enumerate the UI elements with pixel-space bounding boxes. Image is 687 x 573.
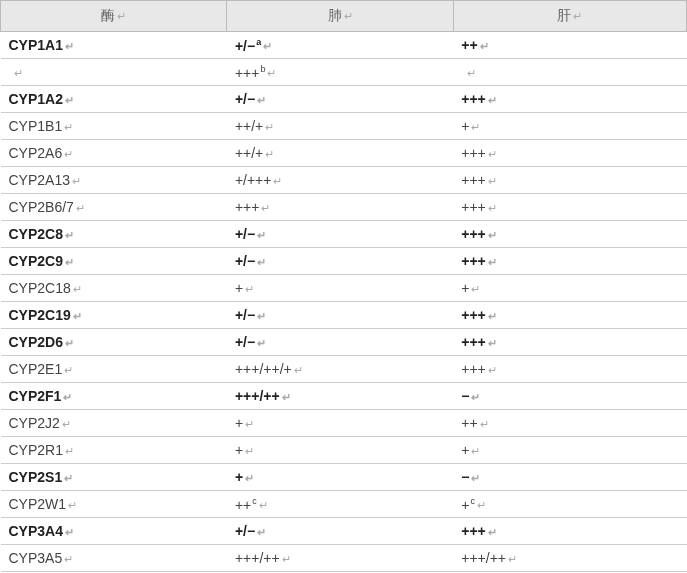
- cell-liver: +++↵: [453, 518, 686, 545]
- table-row: CYP2S1↵+↵−↵: [1, 464, 687, 491]
- table-row: CYP2A6↵++/+↵+++↵: [1, 140, 687, 167]
- lung-value: +/−: [235, 307, 255, 323]
- liver-value: +++: [461, 226, 486, 242]
- return-icon: ↵: [488, 229, 497, 242]
- return-icon: ↵: [488, 310, 497, 323]
- cell-liver: +++↵: [453, 140, 686, 167]
- liver-value: +++: [461, 307, 486, 323]
- return-icon: ↵: [257, 310, 266, 323]
- cell-liver: +++↵: [453, 356, 686, 383]
- cell-lung: +↵: [227, 275, 453, 302]
- cell-enzyme: ↵: [1, 59, 227, 86]
- return-icon: ↵: [65, 445, 74, 458]
- cell-liver: +++↵: [453, 248, 686, 275]
- liver-value: +: [461, 442, 469, 458]
- return-icon: ↵: [257, 526, 266, 539]
- liver-value: +++/++: [461, 550, 506, 566]
- lung-value: +++/++/+: [235, 361, 292, 377]
- liver-value: +++: [461, 172, 486, 188]
- return-icon: ↵: [471, 391, 480, 404]
- liver-value: +: [461, 496, 469, 512]
- return-icon: ↵: [263, 40, 272, 53]
- cell-enzyme: CYP2R1↵: [1, 437, 227, 464]
- return-icon: ↵: [488, 94, 497, 107]
- lung-value: +: [235, 280, 243, 296]
- liver-value: +: [461, 280, 469, 296]
- return-icon: ↵: [259, 499, 268, 512]
- cell-liver: +++↵: [453, 194, 686, 221]
- table-row: CYP2R1↵+↵+↵: [1, 437, 687, 464]
- header-lung: 肺↵: [227, 1, 453, 32]
- liver-value: −: [461, 469, 469, 485]
- cell-enzyme: CYP2B6/7↵: [1, 194, 227, 221]
- cell-lung: ++c↵: [227, 491, 453, 518]
- table-row: CYP1B1↵++/+↵+↵: [1, 113, 687, 140]
- cell-lung: +++/++↵: [227, 545, 453, 572]
- cell-liver: +↵: [453, 437, 686, 464]
- return-icon: ↵: [245, 418, 254, 431]
- return-icon: ↵: [488, 175, 497, 188]
- table-row: CYP3A5↵+++/++↵+++/++↵: [1, 545, 687, 572]
- enzyme-label: CYP2F1: [9, 388, 62, 404]
- cell-liver: +↵: [453, 275, 686, 302]
- table-row: CYP2C9↵+/−↵+++↵: [1, 248, 687, 275]
- enzyme-label: CYP1A1: [9, 37, 63, 53]
- table-row: CYP2C8↵+/−↵+++↵: [1, 221, 687, 248]
- cell-liver: +++↵: [453, 86, 686, 113]
- enzyme-label: CYP2J2: [9, 415, 60, 431]
- cell-lung: +++b↵: [227, 59, 453, 86]
- superscript: c: [252, 496, 257, 506]
- header-liver: 肝↵: [453, 1, 686, 32]
- enzyme-label: CYP2C9: [9, 253, 63, 269]
- enzyme-label: CYP2A6: [9, 145, 63, 161]
- liver-value: −: [461, 388, 469, 404]
- cell-enzyme: CYP2A6↵: [1, 140, 227, 167]
- return-icon: ↵: [273, 175, 282, 188]
- superscript: b: [260, 64, 265, 74]
- return-icon: ↵: [471, 445, 480, 458]
- return-icon: ↵: [471, 283, 480, 296]
- cell-lung: +↵: [227, 410, 453, 437]
- return-icon: ↵: [488, 202, 497, 215]
- cell-liver: +++↵: [453, 167, 686, 194]
- liver-value: +++: [461, 253, 486, 269]
- cell-liver: +c↵: [453, 491, 686, 518]
- cell-liver: ++↵: [453, 32, 686, 59]
- cell-lung: +↵: [227, 437, 453, 464]
- return-icon: ↵: [265, 148, 274, 161]
- lung-value: ++/+: [235, 145, 263, 161]
- return-icon: ↵: [64, 553, 73, 566]
- return-icon: ↵: [65, 256, 74, 269]
- return-icon: ↵: [267, 67, 276, 80]
- cell-liver: ++↵: [453, 410, 686, 437]
- table-row: CYP2C19↵+/−↵+++↵: [1, 302, 687, 329]
- lung-value: +/−: [235, 523, 255, 539]
- enzyme-label: CYP2C8: [9, 226, 63, 242]
- return-icon: ↵: [65, 40, 74, 53]
- table-row: CYP1A1↵+/−a↵++↵: [1, 32, 687, 59]
- liver-value: +++: [461, 145, 486, 161]
- cell-enzyme: CYP2A13↵: [1, 167, 227, 194]
- return-icon: ↵: [257, 94, 266, 107]
- liver-value: +++: [461, 361, 486, 377]
- return-icon: ↵: [471, 472, 480, 485]
- return-icon: ↵: [245, 445, 254, 458]
- cell-enzyme: CYP2E1↵: [1, 356, 227, 383]
- return-icon: ↵: [488, 526, 497, 539]
- enzyme-label: CYP1A2: [9, 91, 63, 107]
- cell-lung: +/−a↵: [227, 32, 453, 59]
- cell-lung: +++↵: [227, 194, 453, 221]
- cell-lung: +↵: [227, 464, 453, 491]
- return-icon: ↵: [64, 364, 73, 377]
- lung-value: +/−: [235, 91, 255, 107]
- cell-enzyme: CYP1A2↵: [1, 86, 227, 113]
- cell-lung: ++/+↵: [227, 113, 453, 140]
- cell-liver: +++/++↵: [453, 545, 686, 572]
- return-icon: ↵: [245, 283, 254, 296]
- cell-lung: +/+++↵: [227, 167, 453, 194]
- return-icon: ↵: [68, 499, 77, 512]
- enzyme-label: CYP2B6/7: [9, 199, 74, 215]
- return-icon: ↵: [477, 499, 486, 512]
- return-icon: ↵: [65, 526, 74, 539]
- table-row: ↵+++b↵ ↵: [1, 59, 687, 86]
